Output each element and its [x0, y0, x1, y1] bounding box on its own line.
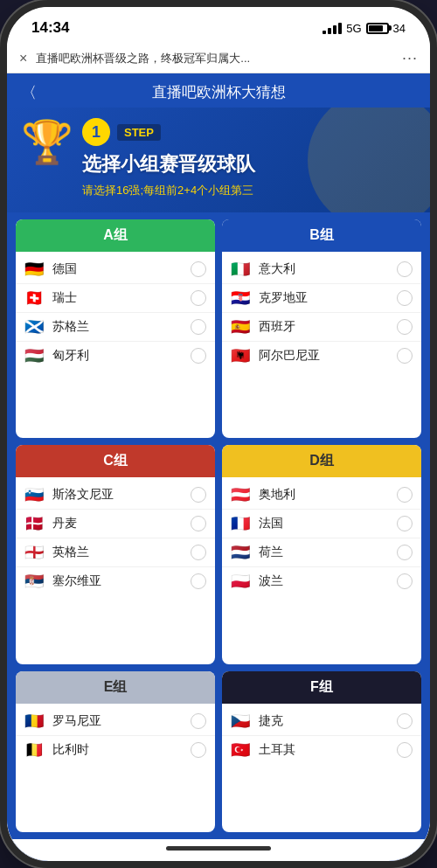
team-radio-button[interactable] — [397, 487, 413, 503]
flag-icon: 🇩🇪 — [24, 262, 45, 276]
team-name: 丹麦 — [52, 516, 184, 531]
team-radio-button[interactable] — [191, 545, 206, 560]
hero-decor-circle — [308, 108, 430, 212]
browser-close-button[interactable]: × — [19, 51, 27, 66]
team-name: 塞尔维亚 — [52, 573, 184, 589]
team-radio-button[interactable] — [191, 516, 206, 531]
team-name: 荷兰 — [259, 545, 390, 560]
flag-icon: 🇳🇱 — [231, 545, 252, 559]
group-header-F: F组 — [222, 671, 421, 704]
flag-icon: 🇦🇹 — [231, 488, 252, 502]
team-radio-button[interactable] — [191, 348, 206, 364]
team-radio-button[interactable] — [191, 573, 206, 589]
flag-icon: 🇵🇱 — [231, 574, 252, 588]
group-items-F: 🇨🇿捷克🇹🇷土耳其 — [222, 704, 421, 767]
team-radio-button[interactable] — [191, 261, 206, 277]
team-item[interactable]: 🇦🇹奥地利 — [222, 481, 421, 510]
team-radio-button[interactable] — [191, 742, 206, 758]
team-name: 奥地利 — [259, 487, 390, 503]
flag-icon: 🇭🇺 — [24, 349, 45, 363]
team-radio-button[interactable] — [397, 319, 413, 335]
back-button[interactable]: 〈 — [21, 82, 37, 103]
group-items-A: 🇩🇪德国🇨🇭瑞士🏴󠁧󠁢󠁳󠁣󠁴󠁿苏格兰🇭🇺匈牙利 — [16, 252, 215, 373]
team-item[interactable]: 🇩🇪德国 — [16, 255, 215, 284]
team-name: 土耳其 — [259, 742, 390, 758]
team-item[interactable]: 🇨🇿捷克 — [222, 707, 421, 736]
status-bar: 14:34 5G 34 — [7, 7, 430, 44]
team-name: 苏格兰 — [52, 319, 184, 335]
team-item[interactable]: 🇵🇱波兰 — [222, 567, 421, 595]
team-item[interactable]: 🇭🇷克罗地亚 — [222, 284, 421, 313]
team-radio-button[interactable] — [397, 516, 413, 531]
team-item[interactable]: 🇸🇮斯洛文尼亚 — [16, 481, 215, 510]
team-item[interactable]: 🇷🇸塞尔维亚 — [16, 567, 215, 595]
team-radio-button[interactable] — [397, 348, 413, 364]
network-label: 5G — [346, 22, 361, 35]
team-item[interactable]: 🇮🇹意大利 — [222, 255, 421, 284]
team-item[interactable]: 🇳🇱荷兰 — [222, 538, 421, 567]
team-item[interactable]: 🇩🇰丹麦 — [16, 510, 215, 538]
flag-icon: 🇩🇰 — [24, 517, 45, 531]
team-item[interactable]: 🇧🇪比利时 — [16, 736, 215, 764]
team-name: 匈牙利 — [52, 348, 184, 364]
team-radio-button[interactable] — [397, 261, 413, 277]
group-header-A: A组 — [16, 219, 215, 252]
team-item[interactable]: 🏴󠁧󠁢󠁳󠁣󠁴󠁿苏格兰 — [16, 313, 215, 342]
step-number: 1 — [82, 118, 110, 146]
team-name: 波兰 — [259, 573, 390, 589]
team-item[interactable]: 🇷🇴罗马尼亚 — [16, 707, 215, 736]
app-content: 〈 直播吧欧洲杯大猜想 🏆 1 STEP 选择小组赛晋级球队 请选择16强;每组… — [7, 73, 430, 861]
flag-icon: 🇨🇭 — [24, 291, 45, 305]
group-items-D: 🇦🇹奥地利🇫🇷法国🇳🇱荷兰🇵🇱波兰 — [222, 477, 421, 599]
flag-icon: 🇫🇷 — [231, 517, 252, 531]
battery-level: 34 — [393, 22, 406, 35]
team-radio-button[interactable] — [397, 713, 413, 729]
team-radio-button[interactable] — [191, 319, 206, 335]
team-name: 斯洛文尼亚 — [52, 487, 184, 503]
team-item[interactable]: 🇪🇸西班牙 — [222, 313, 421, 342]
flag-icon: 🇹🇷 — [231, 743, 252, 757]
flag-icon: 🏴󠁧󠁢󠁳󠁣󠁴󠁿 — [24, 320, 45, 334]
team-item[interactable]: 🇨🇭瑞士 — [16, 284, 215, 313]
team-radio-button[interactable] — [191, 713, 206, 729]
flag-icon: 🇧🇪 — [24, 743, 45, 757]
team-radio-button[interactable] — [397, 545, 413, 560]
team-name: 法国 — [259, 516, 390, 531]
team-name: 克罗地亚 — [259, 290, 390, 306]
team-radio-button[interactable] — [191, 290, 206, 306]
team-item[interactable]: 🇹🇷土耳其 — [222, 736, 421, 764]
group-card-B: B组🇮🇹意大利🇭🇷克罗地亚🇪🇸西班牙🇦🇱阿尔巴尼亚 — [222, 219, 421, 438]
team-name: 阿尔巴尼亚 — [259, 348, 390, 364]
home-indicator — [7, 839, 430, 861]
group-card-C: C组🇸🇮斯洛文尼亚🇩🇰丹麦🏴󠁧󠁢󠁥󠁮󠁧󠁿英格兰🇷🇸塞尔维亚 — [16, 445, 215, 663]
group-header-C: C组 — [16, 445, 215, 477]
group-card-E: E组🇷🇴罗马尼亚🇧🇪比利时 — [16, 671, 215, 832]
team-name: 比利时 — [52, 742, 184, 758]
status-time: 14:34 — [31, 19, 69, 37]
group-header-B: B组 — [222, 219, 421, 252]
team-name: 瑞士 — [52, 290, 184, 306]
group-card-F: F组🇨🇿捷克🇹🇷土耳其 — [222, 671, 421, 832]
flag-icon: 🇨🇿 — [231, 714, 252, 728]
team-radio-button[interactable] — [191, 487, 206, 503]
team-radio-button[interactable] — [397, 290, 413, 306]
team-radio-button[interactable] — [397, 742, 413, 758]
app-title: 直播吧欧洲杯大猜想 — [152, 82, 286, 102]
groups-container: A组🇩🇪德国🇨🇭瑞士🏴󠁧󠁢󠁳󠁣󠁴󠁿苏格兰🇭🇺匈牙利B组🇮🇹意大利🇭🇷克罗地亚🇪🇸… — [7, 212, 430, 839]
team-item[interactable]: 🇫🇷法国 — [222, 510, 421, 538]
flag-icon: 🇸🇮 — [24, 488, 45, 502]
team-item[interactable]: 🇦🇱阿尔巴尼亚 — [222, 342, 421, 370]
signal-icon — [323, 23, 342, 34]
team-item[interactable]: 🇭🇺匈牙利 — [16, 342, 215, 370]
flag-icon: 🇮🇹 — [231, 262, 252, 276]
status-icons: 5G 34 — [323, 22, 406, 35]
team-name: 英格兰 — [52, 545, 184, 560]
team-radio-button[interactable] — [397, 573, 413, 589]
hero-title: 选择小组赛晋级球队 — [82, 151, 255, 177]
flag-icon: 🇦🇱 — [231, 349, 252, 363]
group-items-C: 🇸🇮斯洛文尼亚🇩🇰丹麦🏴󠁧󠁢󠁥󠁮󠁧󠁿英格兰🇷🇸塞尔维亚 — [16, 477, 215, 599]
group-header-D: D组 — [222, 445, 421, 477]
team-item[interactable]: 🏴󠁧󠁢󠁥󠁮󠁧󠁿英格兰 — [16, 538, 215, 567]
browser-menu-button[interactable]: ··· — [402, 49, 418, 67]
team-name: 意大利 — [259, 261, 390, 277]
